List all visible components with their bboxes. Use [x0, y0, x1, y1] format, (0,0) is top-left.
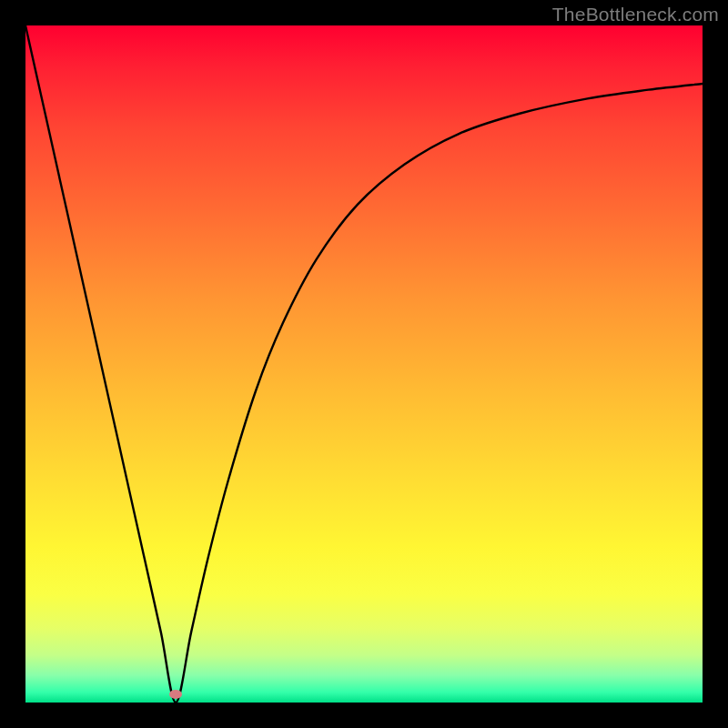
- bottleneck-curve: [25, 25, 703, 703]
- minimum-marker: [169, 690, 182, 699]
- curve-layer: [25, 25, 703, 703]
- plot-area: [25, 25, 703, 703]
- watermark-text: TheBottleneck.com: [552, 4, 719, 25]
- chart-frame: TheBottleneck.com: [0, 0, 728, 728]
